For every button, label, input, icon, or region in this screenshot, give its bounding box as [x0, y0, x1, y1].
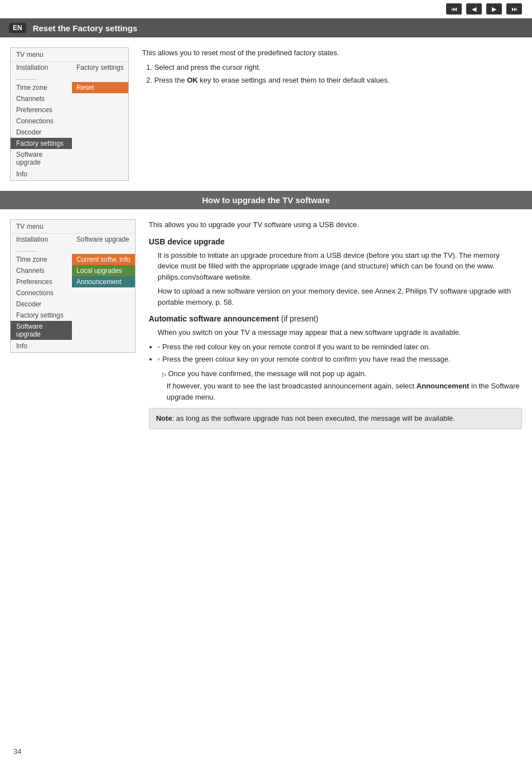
- menu2-row-decoder: Decoder: [11, 299, 135, 310]
- auto-body2: If however, you want to see the last bro…: [167, 381, 522, 402]
- section2-header: How to upgrade the TV software: [0, 191, 532, 209]
- menu-left-preferences: Preferences: [11, 104, 72, 116]
- tv-menu2-title: TV menu: [11, 220, 135, 234]
- installation2-value: Software upgrade: [72, 234, 135, 245]
- section1-right-content: This allows you to reset most of the pre…: [142, 47, 522, 89]
- menu2-row-factory: Factory settings: [11, 310, 135, 321]
- menu2-row-preferences: Preferences Announcement: [11, 276, 135, 287]
- note-text: : as long as the software upgrade has no…: [172, 414, 455, 422]
- menu2-row-channels: Channels Local upgrades: [11, 265, 135, 276]
- top-navigation: ⏮ ◀ ▶ ⏭: [0, 0, 532, 18]
- menu-left-timezone: Time zone: [11, 82, 72, 93]
- installation-label: Installation: [11, 62, 72, 73]
- menu-left-connections: Connections: [11, 116, 72, 127]
- section1-steps: Select and press the cursor right. Press…: [154, 62, 522, 86]
- menu2-left-decoder: Decoder: [11, 299, 72, 310]
- menu-right-factory: [72, 138, 128, 149]
- tv-menu-title: TV menu: [11, 48, 128, 62]
- menu-row-decoder: Decoder: [11, 127, 128, 138]
- menu2-right-timezone: Current softw. info: [72, 254, 135, 265]
- section1-content: TV menu Installation Factory settings ..…: [0, 37, 532, 191]
- section2-title: How to upgrade the TV software: [202, 195, 330, 205]
- menu-row-preferences: Preferences: [11, 104, 128, 116]
- menu-left-factory: Factory settings: [11, 138, 72, 149]
- auto-bullet1: Press the red colour key on your remote …: [158, 342, 522, 353]
- auto-body1: When you switch on your TV a message may…: [158, 327, 522, 338]
- section1-tv-menu: TV menu Installation Factory settings ..…: [10, 47, 129, 181]
- menu2-right-decoder: [72, 299, 135, 310]
- menu2-left-channels: Channels: [11, 265, 72, 276]
- installation-value: Factory settings: [72, 62, 128, 73]
- menu-row-factory: Factory settings: [11, 138, 128, 149]
- section2-intro: This allows you to upgrade your TV softw…: [149, 219, 522, 230]
- menu-row-software: Software upgrade: [11, 149, 128, 168]
- menu-left-channels: Channels: [11, 93, 72, 104]
- page-number: 34: [13, 747, 21, 756]
- tv-menu2-installation-row: Installation Software upgrade: [11, 234, 135, 245]
- section1-title: Reset the Factory settings: [33, 23, 138, 33]
- menu-info: Info: [11, 168, 128, 180]
- menu-right-software: [72, 149, 128, 168]
- auto-bullet2: Press the green colour key on your remot…: [158, 354, 522, 365]
- lang-badge: EN: [9, 23, 26, 33]
- tv-menu-installation-row: Installation Factory settings: [11, 62, 128, 73]
- menu2-left-factory: Factory settings: [11, 310, 72, 321]
- usb-body2: How to upload a new software version on …: [158, 286, 522, 307]
- nav-first-button[interactable]: ⏮: [446, 3, 462, 15]
- menu2-right-connections: [72, 287, 135, 299]
- section1-step1: Select and press the cursor right.: [154, 62, 522, 73]
- nav-last-button[interactable]: ⏭: [506, 3, 522, 15]
- menu2-left-connections: Connections: [11, 287, 72, 299]
- installation2-label: Installation: [11, 234, 72, 245]
- nav-prev-button[interactable]: ◀: [466, 3, 482, 15]
- section1-header: EN Reset the Factory settings: [0, 18, 532, 37]
- menu-dots: ............: [11, 73, 128, 82]
- menu-row-channels: Channels: [11, 93, 128, 104]
- menu-row-connections: Connections: [11, 116, 128, 127]
- auto-heading: Automatic software announcement (if pres…: [149, 313, 522, 325]
- menu2-row-connections: Connections: [11, 287, 135, 299]
- menu2-left-timezone: Time zone: [11, 254, 72, 265]
- usb-body1: It is possible to initiate an upgrade pr…: [158, 250, 522, 283]
- menu-right-preferences: [72, 104, 128, 116]
- menu2-dots: ............: [11, 245, 135, 254]
- section2-right-content: This allows you to upgrade your TV softw…: [149, 219, 522, 429]
- menu2-right-channels: Local upgrades: [72, 265, 135, 276]
- menu2-row-software: Software upgrade: [11, 321, 135, 340]
- section2-tv-menu: TV menu Installation Software upgrade ..…: [10, 219, 136, 353]
- menu-right-channels: [72, 93, 128, 104]
- menu-row-timezone: Time zone Reset: [11, 82, 128, 93]
- menu2-right-preferences: Announcement: [72, 276, 135, 287]
- auto-arrow-item: Once you have confirmed, the message wil…: [162, 368, 522, 379]
- menu2-left-preferences: Preferences: [11, 276, 72, 287]
- menu2-info: Info: [11, 340, 135, 352]
- menu-right-timezone: Reset: [72, 82, 128, 93]
- note-box: Note: as long as the software upgrade ha…: [149, 408, 522, 429]
- auto-bullets: Press the red colour key on your remote …: [158, 342, 522, 365]
- menu-left-software: Software upgrade: [11, 149, 72, 168]
- section1-step2: Press the OK key to erase settings and r…: [154, 75, 522, 86]
- nav-next-button[interactable]: ▶: [486, 3, 502, 15]
- note-label: Note: [156, 414, 172, 422]
- menu2-right-software: [72, 321, 135, 340]
- section1-description: This allows you to reset most of the pre…: [142, 47, 522, 59]
- menu2-left-software: Software upgrade: [11, 321, 72, 340]
- menu2-row-timezone: Time zone Current softw. info: [11, 254, 135, 265]
- section2-content: TV menu Installation Software upgrade ..…: [0, 209, 532, 439]
- menu2-right-factory: [72, 310, 135, 321]
- menu-right-connections: [72, 116, 128, 127]
- menu-left-decoder: Decoder: [11, 127, 72, 138]
- menu-right-decoder: [72, 127, 128, 138]
- usb-heading: USB device upgrade: [149, 236, 522, 248]
